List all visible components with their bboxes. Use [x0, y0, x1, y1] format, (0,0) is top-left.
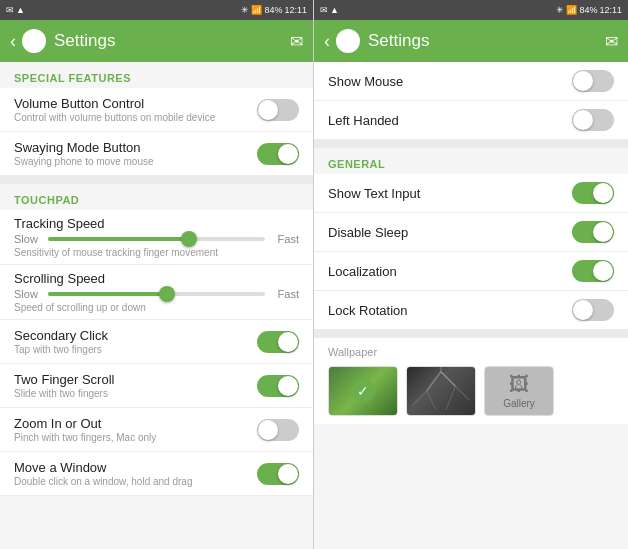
move-window-sub: Double click on a window, hold and drag — [14, 476, 249, 487]
touchpad-label: TOUCHPAD — [0, 184, 313, 210]
checkmark-overlay: ✓ — [329, 367, 397, 415]
move-window-toggle[interactable] — [257, 463, 299, 485]
left-header-title: Settings — [54, 31, 290, 51]
left-mail-icon[interactable]: ✉ — [290, 32, 303, 51]
lock-rotation-knob — [573, 300, 593, 320]
scrolling-fill — [48, 292, 167, 296]
secondary-click-item: Secondary Click Tap with two fingers — [0, 320, 313, 364]
two-finger-scroll-sub: Slide with two fingers — [14, 388, 249, 399]
right-divider-2 — [314, 330, 628, 338]
tracking-slow-label: Slow — [14, 233, 42, 245]
show-mouse-item: Show Mouse — [314, 62, 628, 101]
swaying-mode-title: Swaying Mode Button — [14, 140, 249, 155]
right-status-bar: ✉ ▲ ✳ 📶 84% 12:11 — [314, 0, 628, 20]
localization-knob — [593, 261, 613, 281]
tracking-thumb[interactable] — [181, 231, 197, 247]
tracking-fast-label: Fast — [271, 233, 299, 245]
svg-line-3 — [441, 372, 455, 386]
disable-sleep-item: Disable Sleep — [314, 213, 628, 252]
secondary-click-knob — [278, 332, 298, 352]
volume-button-toggle[interactable] — [257, 99, 299, 121]
zoom-item: Zoom In or Out Pinch with two fingers, M… — [0, 408, 313, 452]
show-mouse-title: Show Mouse — [328, 74, 564, 89]
svg-line-1 — [412, 391, 426, 405]
crack-svg — [407, 367, 475, 415]
left-header-icon: 🖱 — [22, 29, 46, 53]
scrolling-speed-sub: Speed of scrolling up or down — [14, 302, 299, 313]
tracking-speed-title: Tracking Speed — [14, 216, 299, 231]
disable-sleep-title: Disable Sleep — [328, 225, 564, 240]
svg-line-0 — [427, 372, 441, 391]
right-divider-1 — [314, 140, 628, 148]
left-header: ‹ 🖱 Settings ✉ — [0, 20, 313, 62]
right-header-icon: 🖱 — [336, 29, 360, 53]
wallpaper-label: Wallpaper — [328, 346, 614, 358]
left-status-left-icons: ✉ ▲ — [6, 5, 25, 15]
svg-line-4 — [455, 386, 469, 400]
secondary-click-toggle[interactable] — [257, 331, 299, 353]
two-finger-scroll-item: Two Finger Scroll Slide with two fingers — [0, 364, 313, 408]
move-window-item: Move a Window Double click on a window, … — [0, 452, 313, 496]
swaying-mode-knob — [278, 144, 298, 164]
volume-button-control-item: Volume Button Control Control with volum… — [0, 88, 313, 132]
special-features-label: SPECIAL FEATURES — [0, 62, 313, 88]
general-label: GENERAL — [314, 148, 628, 174]
zoom-knob — [258, 420, 278, 440]
lock-rotation-toggle[interactable] — [572, 299, 614, 321]
move-window-knob — [278, 464, 298, 484]
wallpaper-crack-thumb[interactable] — [406, 366, 476, 416]
show-text-input-toggle[interactable] — [572, 182, 614, 204]
show-mouse-knob — [573, 71, 593, 91]
zoom-sub: Pinch with two fingers, Mac only — [14, 432, 249, 443]
volume-button-knob — [258, 100, 278, 120]
scrolling-speed-title: Scrolling Speed — [14, 271, 299, 286]
tracking-speed-sub: Sensitivity of mouse tracking finger mov… — [14, 247, 299, 258]
scrolling-slider[interactable] — [48, 292, 265, 296]
tracking-slider[interactable] — [48, 237, 265, 241]
show-mouse-toggle[interactable] — [572, 70, 614, 92]
left-status-right-icons: ✳ 📶 84% 12:11 — [241, 5, 307, 15]
show-text-input-knob — [593, 183, 613, 203]
localization-item: Localization — [314, 252, 628, 291]
left-handed-knob — [573, 110, 593, 130]
left-content: SPECIAL FEATURES Volume Button Control C… — [0, 62, 313, 549]
two-finger-scroll-knob — [278, 376, 298, 396]
right-header-title: Settings — [368, 31, 605, 51]
volume-button-sub: Control with volume buttons on mobile de… — [14, 112, 249, 123]
wallpaper-section: Wallpaper ✓ — [314, 338, 628, 424]
right-panel: ✉ ▲ ✳ 📶 84% 12:11 ‹ 🖱 Settings ✉ Show Mo… — [314, 0, 628, 549]
swaying-mode-toggle[interactable] — [257, 143, 299, 165]
wallpaper-green-thumb[interactable]: ✓ — [328, 366, 398, 416]
right-signal-icon: ▲ — [330, 5, 339, 15]
right-back-button[interactable]: ‹ — [324, 31, 330, 52]
left-panel: ✉ ▲ ✳ 📶 84% 12:11 ‹ 🖱 Settings ✉ SPECIAL… — [0, 0, 314, 549]
secondary-click-title: Secondary Click — [14, 328, 249, 343]
left-handed-item: Left Handed — [314, 101, 628, 140]
left-handed-title: Left Handed — [328, 113, 564, 128]
wallpaper-gallery-thumb[interactable]: 🖼 Gallery — [484, 366, 554, 416]
swaying-mode-item: Swaying Mode Button Swaying phone to mov… — [0, 132, 313, 176]
disable-sleep-knob — [593, 222, 613, 242]
left-handed-toggle[interactable] — [572, 109, 614, 131]
svg-line-2 — [427, 391, 437, 410]
two-finger-scroll-toggle[interactable] — [257, 375, 299, 397]
localization-toggle[interactable] — [572, 260, 614, 282]
wifi-icon: 📶 — [251, 5, 262, 15]
scrolling-thumb[interactable] — [159, 286, 175, 302]
show-text-input-item: Show Text Input — [314, 174, 628, 213]
right-content: Show Mouse Left Handed GENERAL Show Text… — [314, 62, 628, 549]
secondary-click-sub: Tap with two fingers — [14, 344, 249, 355]
disable-sleep-toggle[interactable] — [572, 221, 614, 243]
left-status-bar: ✉ ▲ ✳ 📶 84% 12:11 — [0, 0, 313, 20]
scrolling-slow-label: Slow — [14, 288, 42, 300]
left-back-button[interactable]: ‹ — [10, 31, 16, 52]
selected-checkmark: ✓ — [351, 379, 375, 403]
signal-icon: ▲ — [16, 5, 25, 15]
right-mail-icon[interactable]: ✉ — [605, 32, 618, 51]
right-bluetooth-icon: ✳ — [556, 5, 564, 15]
time-left: 12:11 — [284, 5, 307, 15]
localization-title: Localization — [328, 264, 564, 279]
move-window-title: Move a Window — [14, 460, 249, 475]
zoom-toggle[interactable] — [257, 419, 299, 441]
right-time: 12:11 — [599, 5, 622, 15]
